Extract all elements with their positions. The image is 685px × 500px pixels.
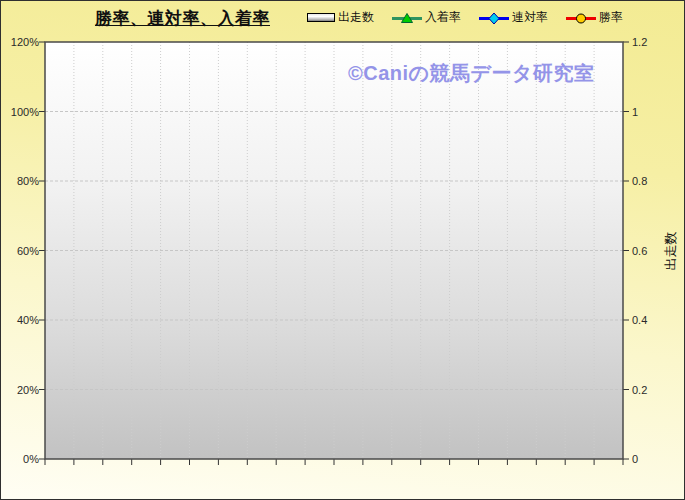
chart-window: 勝率、連対率、入着率 出走数 入着率 連対率 勝率 bbox=[0, 0, 685, 500]
watermark: ©Caniの競馬データ研究室 bbox=[348, 60, 594, 87]
legend-label: 勝率 bbox=[599, 9, 623, 26]
legend-item-place-rate: 入着率 bbox=[392, 9, 461, 26]
bar-swatch-icon bbox=[307, 13, 335, 22]
y-axis-tick-label: 80% bbox=[3, 174, 39, 188]
legend-item-quinella-rate: 連対率 bbox=[479, 9, 548, 26]
legend: 出走数 入着率 連対率 勝率 bbox=[307, 9, 623, 26]
plot-area bbox=[45, 42, 623, 459]
y2-axis-title: 出走数 bbox=[657, 211, 683, 291]
y-axis-tick-label: 40% bbox=[3, 313, 39, 327]
y-axis-tick-label: 100% bbox=[3, 105, 39, 119]
legend-label: 出走数 bbox=[338, 9, 374, 26]
y-axis-tick-label: 0% bbox=[3, 452, 39, 466]
legend-label: 連対率 bbox=[512, 9, 548, 26]
y2-axis-tick-label: 0.4 bbox=[632, 313, 668, 327]
diamond-marker-icon bbox=[479, 12, 509, 24]
y2-axis-title-text: 出走数 bbox=[661, 232, 679, 271]
triangle-marker-icon bbox=[392, 12, 422, 24]
y2-axis-tick-label: 0.8 bbox=[632, 174, 668, 188]
y2-axis-tick-label: 0 bbox=[632, 452, 668, 466]
legend-label: 入着率 bbox=[425, 9, 461, 26]
y2-axis-tick-label: 1 bbox=[632, 105, 668, 119]
y-axis-tick-label: 120% bbox=[3, 35, 39, 49]
plot-grid bbox=[45, 42, 623, 459]
y-axis-tick-label: 60% bbox=[3, 244, 39, 258]
y2-axis-tick-label: 0.2 bbox=[632, 383, 668, 397]
legend-item-starts: 出走数 bbox=[307, 9, 374, 26]
y-axis-tick-label: 20% bbox=[3, 383, 39, 397]
circle-marker-icon bbox=[566, 12, 596, 24]
chart-title: 勝率、連対率、入着率 bbox=[95, 7, 270, 30]
legend-item-win-rate: 勝率 bbox=[566, 9, 623, 26]
y2-axis-tick-label: 1.2 bbox=[632, 35, 668, 49]
